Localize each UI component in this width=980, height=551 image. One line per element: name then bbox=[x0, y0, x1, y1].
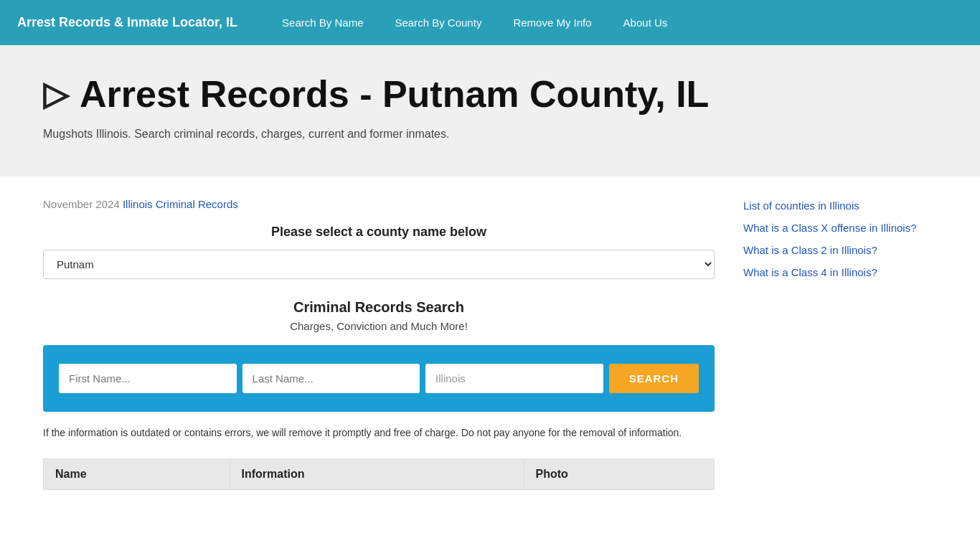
hero-section: ▷ Arrest Records - Putnam County, IL Mug… bbox=[0, 45, 980, 176]
results-table: Name Information Photo bbox=[43, 458, 715, 490]
search-box: SEARCH bbox=[43, 345, 715, 412]
county-dropdown[interactable]: AdamsAlexanderBondBooneBrownBureauCalhou… bbox=[43, 250, 715, 279]
nav-remove-my-info[interactable]: Remove My Info bbox=[497, 0, 607, 45]
search-section-subtitle: Charges, Conviction and Much More! bbox=[43, 320, 715, 332]
page-title-text: Arrest Records - Putnam County, IL bbox=[80, 74, 709, 115]
disclaimer-text: If the information is outdated or contai… bbox=[43, 425, 715, 441]
nav-search-by-county[interactable]: Search By County bbox=[379, 0, 497, 45]
page-title: ▷ Arrest Records - Putnam County, IL bbox=[43, 74, 937, 115]
sidebar-link-counties[interactable]: List of counties in Illinois bbox=[743, 198, 937, 213]
search-button[interactable]: SEARCH bbox=[609, 364, 699, 393]
content-area: November 2024 Illinois Criminal Records … bbox=[43, 198, 715, 489]
state-input[interactable] bbox=[425, 364, 603, 393]
first-name-input[interactable] bbox=[59, 364, 237, 393]
nav-about-us[interactable]: About Us bbox=[608, 0, 684, 45]
sidebar-link-class-2[interactable]: What is a Class 2 in Illinois? bbox=[743, 242, 937, 258]
date-row: November 2024 Illinois Criminal Records bbox=[43, 198, 715, 210]
hero-subtitle: Mugshots Illinois. Search criminal recor… bbox=[43, 128, 937, 141]
date-text: November 2024 bbox=[43, 198, 123, 210]
main-wrapper: November 2024 Illinois Criminal Records … bbox=[0, 176, 980, 511]
site-brand: Arrest Records & Inmate Locator, IL bbox=[17, 15, 237, 30]
county-selector-label: Please select a county name below bbox=[43, 225, 715, 240]
navbar: Arrest Records & Inmate Locator, IL Sear… bbox=[0, 0, 980, 45]
search-section-title: Criminal Records Search bbox=[43, 299, 715, 316]
play-icon: ▷ bbox=[43, 76, 68, 113]
table-header-row: Name Information Photo bbox=[44, 458, 715, 489]
sidebar-link-class-x[interactable]: What is a Class X offense in Illinois? bbox=[743, 220, 937, 235]
col-name: Name bbox=[44, 458, 230, 489]
col-photo: Photo bbox=[524, 458, 714, 489]
col-information: Information bbox=[230, 458, 524, 489]
sidebar-link-class-4[interactable]: What is a Class 4 in Illinois? bbox=[743, 265, 937, 280]
last-name-input[interactable] bbox=[242, 364, 420, 393]
nav-links: Search By Name Search By County Remove M… bbox=[266, 0, 683, 45]
sidebar: List of counties in Illinois What is a C… bbox=[743, 198, 937, 489]
nav-search-by-name[interactable]: Search By Name bbox=[266, 0, 379, 45]
criminal-records-link[interactable]: Illinois Criminal Records bbox=[123, 198, 238, 210]
